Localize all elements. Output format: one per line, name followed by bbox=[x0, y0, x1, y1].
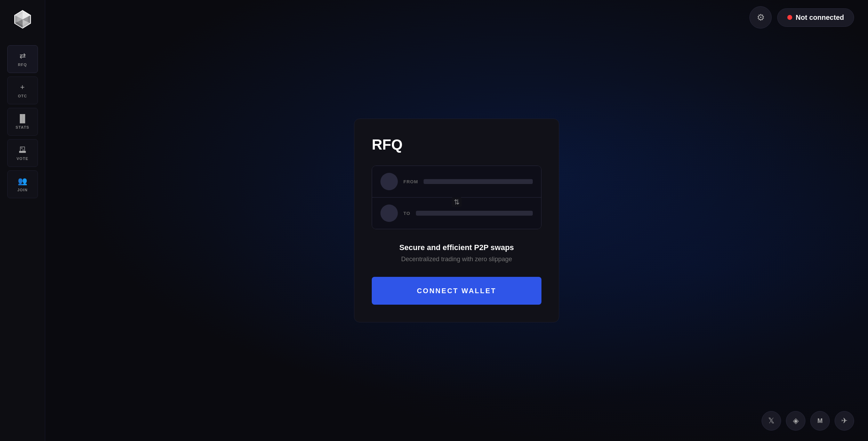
to-label: TO bbox=[403, 211, 410, 216]
rfq-card: RFQ FROM ⇅ TO Secure and efficient P2P s… bbox=[354, 119, 559, 322]
header: ⚙ Not connected bbox=[45, 0, 868, 35]
wallet-status-text: Not connected bbox=[796, 14, 844, 22]
footer-socials: 𝕏 ◈ M ✈ bbox=[762, 411, 854, 431]
sidebar-item-vote[interactable]: 🗳 VOTE bbox=[7, 139, 38, 167]
app-logo bbox=[12, 7, 33, 31]
vote-label: VOTE bbox=[17, 157, 29, 161]
token-section: FROM ⇅ TO bbox=[372, 166, 541, 229]
connection-status-dot bbox=[787, 15, 792, 20]
rfq-title: RFQ bbox=[372, 136, 541, 153]
rfq-label: RFQ bbox=[18, 63, 27, 67]
promo-title: Secure and efficient P2P swaps bbox=[372, 243, 541, 252]
otc-label: OTC bbox=[18, 94, 27, 98]
main-content: RFQ FROM ⇅ TO Secure and efficient P2P s… bbox=[45, 0, 868, 441]
stats-icon: ▐▌ bbox=[17, 114, 28, 123]
discord-button[interactable]: ◈ bbox=[786, 411, 805, 431]
settings-button[interactable]: ⚙ bbox=[749, 6, 772, 29]
logo-icon bbox=[14, 10, 31, 29]
connect-wallet-button[interactable]: CONNECT WALLET bbox=[372, 277, 541, 305]
join-icon: 👥 bbox=[18, 177, 27, 186]
to-input-bar bbox=[416, 211, 533, 216]
from-label: FROM bbox=[403, 179, 418, 184]
join-label: JOIN bbox=[17, 188, 28, 192]
sidebar-item-otc[interactable]: + OTC bbox=[7, 77, 38, 104]
header-actions: ⚙ Not connected bbox=[749, 6, 854, 29]
twitter-button[interactable]: 𝕏 bbox=[762, 411, 781, 431]
otc-icon: + bbox=[20, 83, 25, 92]
stats-label: STATS bbox=[16, 125, 29, 129]
medium-button[interactable]: M bbox=[810, 411, 830, 431]
rfq-icon: ⇄ bbox=[19, 51, 26, 61]
telegram-icon: ✈ bbox=[841, 416, 847, 425]
sidebar-item-join[interactable]: 👥 JOIN bbox=[7, 170, 38, 198]
discord-icon: ◈ bbox=[793, 416, 799, 425]
to-token-icon bbox=[380, 205, 398, 222]
from-token-icon bbox=[380, 173, 398, 190]
sidebar: ⇄ RFQ + OTC ▐▌ STATS 🗳 VOTE 👥 JOIN bbox=[0, 0, 45, 441]
sidebar-item-stats[interactable]: ▐▌ STATS bbox=[7, 108, 38, 136]
from-input-bar bbox=[424, 179, 533, 184]
promo-subtitle: Decentralized trading with zero slippage bbox=[372, 256, 541, 263]
promo-section: Secure and efficient P2P swaps Decentral… bbox=[372, 243, 541, 263]
vote-icon: 🗳 bbox=[19, 145, 26, 154]
swap-icon[interactable]: ⇅ bbox=[452, 197, 462, 207]
twitter-icon: 𝕏 bbox=[768, 416, 774, 425]
sidebar-nav: ⇄ RFQ + OTC ▐▌ STATS 🗳 VOTE 👥 JOIN bbox=[0, 45, 45, 198]
sidebar-item-rfq[interactable]: ⇄ RFQ bbox=[7, 45, 38, 73]
gear-icon: ⚙ bbox=[757, 12, 765, 23]
medium-icon: M bbox=[818, 417, 823, 425]
from-token-row[interactable]: FROM bbox=[372, 166, 541, 198]
wallet-status-button[interactable]: Not connected bbox=[777, 8, 854, 27]
telegram-button[interactable]: ✈ bbox=[835, 411, 854, 431]
